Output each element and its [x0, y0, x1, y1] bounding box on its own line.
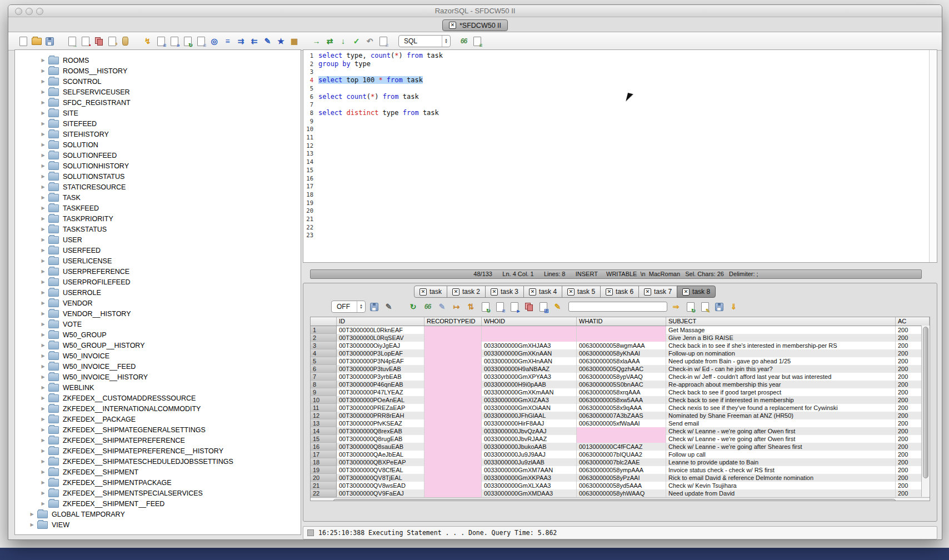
table-cell[interactable]	[424, 482, 482, 489]
table-cell[interactable]	[577, 435, 666, 443]
table-cell[interactable]: 0033000000GmXOiAAN	[482, 404, 577, 412]
code-line[interactable]	[318, 158, 929, 166]
refresh-script-icon[interactable]: ↻	[182, 36, 193, 47]
tree-item-selfserviceuser[interactable]: ▶SELFSERVICEUSER	[15, 87, 301, 97]
table-cell[interactable]: 00T3000000Q8rugEAB	[337, 435, 424, 443]
disclosure-triangle-icon[interactable]: ▶	[39, 396, 47, 401]
disclosure-triangle-icon[interactable]: ▶	[28, 522, 36, 527]
table-cell[interactable]: 0013000000C4fFCAAZ	[577, 443, 666, 451]
table-cell[interactable]: 00T3000000P3tuvEAB	[337, 365, 424, 373]
disclosure-triangle-icon[interactable]: ▶	[39, 374, 47, 379]
table-cell[interactable]: 00T3000000P3N4pEAF	[337, 357, 424, 365]
disclosure-triangle-icon[interactable]: ▶	[39, 385, 47, 390]
table-cell[interactable]: 0033000000GmXLXAA3	[482, 482, 577, 489]
table-row[interactable]: 1000T3000000POeAnEAL0033000000GmXIZAA300…	[311, 396, 930, 404]
table-cell[interactable]: Invoice status check - check w/ RS first	[666, 466, 896, 474]
tree-item-sitefeed[interactable]: ▶SITEFEED	[15, 118, 301, 129]
disclosure-triangle-icon[interactable]: ▶	[39, 153, 47, 158]
code-line[interactable]	[318, 142, 929, 150]
table-cell[interactable]	[424, 466, 482, 474]
minimize-window-icon[interactable]	[26, 8, 33, 15]
tree-item-zkfedex-shipmategeneralsettings[interactable]: ▶ZKFEDEX__SHIPMATEGENERALSETTINGS	[15, 424, 301, 435]
disclosure-triangle-icon[interactable]: ▶	[39, 174, 47, 179]
sql-mode-dropdown[interactable]: SQL ▲▼	[398, 35, 451, 47]
table-cell[interactable]	[424, 365, 482, 373]
tree-item-w50-invoice[interactable]: ▶W50_INVOICE	[15, 351, 301, 361]
table-cell[interactable]: 0033000000JbukoAAB	[482, 443, 577, 451]
disclosure-triangle-icon[interactable]: ▶	[39, 227, 47, 232]
table-cell[interactable]	[424, 427, 482, 435]
disclosure-triangle-icon[interactable]: ▶	[39, 501, 47, 506]
table-cell[interactable]: 006300000058wgmAAA	[577, 342, 666, 349]
table-cell[interactable]: 00T3000000P3LopEAF	[337, 349, 424, 357]
table-cell[interactable]: Give Jenn a BIG RAISE	[666, 334, 896, 342]
tree-item-solutionhistory[interactable]: ▶SOLUTIONHISTORY	[15, 161, 301, 171]
table-cell[interactable]: 0033000000GmXKnAAN	[482, 349, 577, 357]
disclosure-triangle-icon[interactable]: ▶	[39, 163, 47, 168]
table-cell[interactable]	[424, 388, 482, 396]
reload-table-icon[interactable]: ↻	[480, 301, 491, 312]
table-cell[interactable]	[424, 342, 482, 349]
tree-item-vendor[interactable]: ▶VENDOR	[15, 298, 301, 308]
tree-item-sitehistory[interactable]: ▶SITEHISTORY	[15, 129, 301, 139]
column-header-whatid[interactable]: WHATID	[577, 317, 666, 326]
format-outdent-icon[interactable]: ⇇	[248, 36, 260, 47]
table-cell[interactable]: 00T3000000PREZaEAP	[337, 404, 424, 412]
tree-item-userrole[interactable]: ▶USERROLE	[15, 287, 301, 298]
disclosure-triangle-icon[interactable]: ▶	[39, 417, 47, 422]
disclosure-triangle-icon[interactable]: ▶	[39, 132, 47, 137]
table-cell[interactable]	[424, 489, 482, 497]
table-cell[interactable]: Nominated by Shane Freeman at ANZ (HR50)	[666, 412, 896, 419]
table-row[interactable]: 1500T3000000Q8rugEAB0033000000JbvRJAAZCh…	[311, 435, 930, 443]
tree-item-zkfedex-shipment[interactable]: ▶ZKFEDEX__SHIPMENT	[15, 467, 301, 477]
close-tab-icon[interactable]: ✕	[567, 288, 575, 296]
table-row[interactable]: 1700T3000000QAeJbEAL0033000000Ju9J9AAJ00…	[311, 451, 930, 458]
result-tab-task-2[interactable]: ✕task 2	[447, 286, 486, 298]
result-tab-task-8[interactable]: ✕task 8	[677, 286, 716, 298]
disclosure-triangle-icon[interactable]: ▶	[39, 68, 47, 73]
tree-item-taskpriority[interactable]: ▶TASKPRIORITY	[15, 213, 301, 224]
compass-icon[interactable]: ◎	[208, 36, 220, 47]
fetch-down-arrow-icon[interactable]: ↓	[337, 36, 349, 47]
disclosure-triangle-icon[interactable]: ▶	[39, 353, 47, 358]
disclosure-triangle-icon[interactable]: ▶	[28, 512, 36, 517]
copy-files-icon[interactable]	[93, 36, 104, 47]
table-cell[interactable]	[424, 373, 482, 381]
tree-item-zkfedex-internationalcommodity[interactable]: ▶ZKFEDEX__INTERNATIONALCOMMODITY	[15, 403, 301, 414]
table-cell[interactable]	[424, 443, 482, 451]
code-line[interactable]: select distinct type from task	[318, 109, 929, 117]
table-cell[interactable]: Follow-up on nomination	[666, 349, 896, 357]
column-header-recordtypeid[interactable]: RECORDTYPEID	[424, 317, 482, 326]
table-row[interactable]: 2200T3000000QV9FaEAJ0033000000GmXMDAA300…	[311, 489, 930, 497]
table-row[interactable]: 100T3000000L0RknEAFGet Massage200	[311, 326, 930, 334]
code-line[interactable]	[318, 174, 929, 183]
code-line[interactable]	[318, 117, 929, 126]
export-refresh-icon[interactable]: ↻	[685, 301, 696, 312]
disclosure-triangle-icon[interactable]: ▶	[39, 364, 47, 369]
disclosure-triangle-icon[interactable]: ▶	[39, 480, 47, 485]
table-row[interactable]: 1400T3000000Q8rexEAB0033000000JbvQzAAJCh…	[311, 427, 930, 435]
save-results-icon[interactable]	[368, 301, 380, 312]
table-cell[interactable]: 0033000000Ju9zlAAB	[482, 458, 577, 466]
tree-item-zkfedex-customaddresssource[interactable]: ▶ZKFEDEX__CUSTOMADDRESSSOURCE	[15, 393, 301, 403]
open-folder-icon[interactable]	[31, 36, 42, 47]
table-cell[interactable]: 00T3000000Q8sauEAB	[337, 443, 424, 451]
close-tab-icon[interactable]: ✕	[449, 22, 456, 29]
code-line[interactable]: select top 100 * from task	[318, 76, 929, 84]
disclosure-triangle-icon[interactable]: ▶	[39, 491, 47, 496]
download-arrow-icon[interactable]: ⇓	[728, 301, 740, 312]
sort-rows-icon[interactable]: ⇅	[465, 301, 477, 312]
column-header-id[interactable]: ID	[337, 317, 424, 326]
disclosure-triangle-icon[interactable]: ▶	[39, 332, 47, 337]
code-line[interactable]	[318, 68, 929, 76]
table-cell[interactable]: 00T3000000QV8TjEAL	[337, 474, 424, 482]
table-cell[interactable]: Check w/ Leanne - we're going after Owen…	[666, 435, 896, 443]
table-cell[interactable]: Check w/ Kevin Tsujihara	[666, 482, 896, 489]
table-cell[interactable]	[424, 396, 482, 404]
disclosure-triangle-icon[interactable]: ▶	[39, 58, 47, 63]
tree-item-w50-invoice-history[interactable]: ▶W50_INVOICE__HISTORY	[15, 372, 301, 382]
table-cell[interactable]: 00T3000000QV8wsEAD	[337, 482, 424, 489]
save-grid-icon[interactable]	[713, 301, 725, 312]
swap-arrows-icon[interactable]: ⇄	[324, 36, 336, 47]
close-tab-icon[interactable]: ✕	[606, 288, 613, 296]
